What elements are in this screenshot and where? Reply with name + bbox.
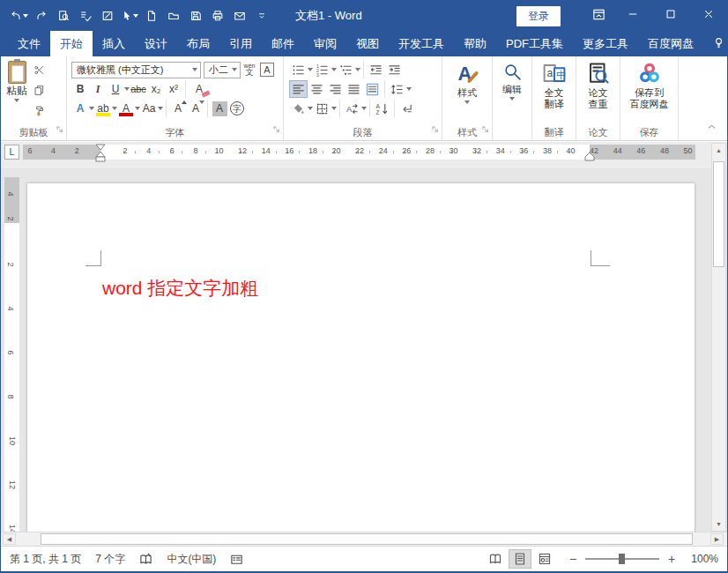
tab-mailings[interactable]: 邮件 (262, 31, 304, 56)
highlight-color-button[interactable]: ab (94, 100, 112, 117)
character-shading-button[interactable]: A (211, 100, 228, 117)
maximize-button[interactable] (651, 1, 689, 31)
font-name-combobox[interactable]: 微软雅黑 (中文正文) (71, 62, 201, 78)
cut-button[interactable] (33, 63, 45, 79)
right-indent-marker[interactable] (583, 150, 596, 161)
font-color-button[interactable]: A (117, 100, 135, 117)
change-case-dropdown-icon[interactable] (158, 107, 163, 110)
line-spacing-dropdown-icon[interactable] (406, 87, 412, 91)
print-layout-button[interactable] (509, 549, 531, 569)
tab-layout[interactable]: 布局 (177, 31, 219, 56)
justify-button[interactable] (345, 80, 363, 98)
tab-file[interactable]: 文件 (8, 31, 50, 56)
quick-edit-icon[interactable] (96, 4, 118, 27)
scroll-left-icon[interactable]: ◀ (3, 533, 16, 545)
zoom-in-button[interactable]: + (667, 552, 676, 566)
language-indicator[interactable]: 中文(中国) (167, 552, 216, 567)
new-document-icon[interactable] (140, 4, 162, 27)
zoom-slider[interactable] (585, 558, 659, 560)
show-marks-button[interactable] (397, 100, 416, 117)
horizontal-scrollbar[interactable]: ◀ ▶ (1, 532, 727, 546)
login-button[interactable]: 登录 (516, 6, 561, 26)
align-left-button[interactable] (289, 80, 308, 98)
phonetic-guide-button[interactable]: wén 文 (241, 61, 258, 78)
scroll-down-icon[interactable]: ▼ (712, 517, 725, 531)
tab-review[interactable]: 审阅 (304, 31, 346, 56)
quick-print-icon[interactable] (206, 4, 228, 27)
ribbon-display-options-icon[interactable] (583, 1, 613, 31)
tab-pdf-tools[interactable]: PDF工具集 (496, 31, 573, 56)
decrease-indent-button[interactable] (367, 61, 385, 78)
bold-button[interactable]: B (71, 80, 89, 98)
customize-qat-icon[interactable] (250, 4, 272, 27)
tab-design[interactable]: 设计 (135, 31, 177, 56)
redo-icon[interactable] (30, 4, 52, 27)
zoom-percentage[interactable]: 100% (685, 553, 718, 565)
copy-button[interactable] (33, 84, 45, 100)
asian-layout-dropdown-icon[interactable] (361, 107, 367, 110)
tab-view[interactable]: 视图 (346, 31, 389, 56)
asian-layout-button[interactable]: A (343, 100, 361, 117)
scroll-right-icon[interactable]: ▶ (710, 533, 724, 545)
paste-dropdown-icon[interactable] (14, 99, 19, 102)
email-icon[interactable] (228, 4, 250, 27)
horizontal-ruler[interactable]: 6422468101214161820222426283032343638404… (23, 145, 695, 160)
enclose-characters-button[interactable]: 字 (228, 100, 246, 117)
print-preview-icon[interactable] (52, 4, 74, 27)
strikethrough-button[interactable]: abc (130, 80, 147, 98)
page-indicator[interactable]: 第 1 页, 共 1 页 (10, 552, 81, 567)
numbering-button[interactable]: 123 (313, 61, 331, 78)
multilevel-dropdown-icon[interactable] (355, 68, 360, 71)
borders-button[interactable] (313, 100, 331, 117)
macro-record-icon[interactable] (230, 553, 243, 566)
indent-markers[interactable] (94, 144, 107, 163)
styles-dialog-launcher-icon[interactable] (481, 123, 491, 138)
undo-icon[interactable] (8, 4, 30, 27)
tab-more-tools[interactable]: 更多工具 (573, 31, 638, 56)
vertical-ruler[interactable]: 422468101214 (4, 177, 19, 540)
word-count[interactable]: 7 个字 (95, 552, 125, 567)
text-effects-button[interactable]: A (71, 100, 89, 117)
shading-button[interactable] (289, 100, 308, 117)
sort-button[interactable]: AZ (373, 100, 391, 117)
tab-developer[interactable]: 开发工具 (389, 31, 454, 56)
bullets-button[interactable] (289, 61, 308, 78)
open-icon[interactable] (162, 4, 184, 27)
minimize-button[interactable] (613, 1, 651, 31)
tab-stop-selector[interactable]: L (4, 145, 19, 160)
increase-indent-button[interactable] (385, 61, 404, 78)
font-size-combobox[interactable]: 小二 (204, 62, 241, 78)
paragraph-dialog-launcher-icon[interactable] (431, 123, 441, 138)
clear-formatting-button[interactable]: A (189, 80, 210, 98)
align-center-button[interactable] (308, 80, 326, 98)
zoom-out-button[interactable]: − (568, 552, 577, 566)
editing-button[interactable]: 编辑 (493, 56, 531, 140)
close-button[interactable] (689, 1, 727, 31)
underline-button[interactable]: U (107, 80, 124, 98)
tab-home[interactable]: 开始 (50, 31, 93, 56)
grow-font-button[interactable]: A (169, 100, 187, 117)
tab-help[interactable]: 帮助 (454, 31, 496, 56)
character-border-button[interactable]: A (258, 61, 276, 78)
web-layout-button[interactable] (533, 549, 556, 569)
font-dialog-launcher-icon[interactable] (272, 123, 282, 138)
proofing-status-icon[interactable] (139, 553, 152, 566)
spelling-icon[interactable] (74, 4, 96, 27)
vertical-scrollbar[interactable]: ▲ ▼ (711, 143, 726, 532)
save-icon[interactable] (184, 4, 206, 27)
tab-insert[interactable]: 插入 (93, 31, 135, 56)
vertical-scroll-thumb[interactable] (713, 161, 724, 267)
read-mode-button[interactable] (484, 549, 507, 569)
tell-me-button[interactable]: 告诉我 (703, 31, 728, 56)
collapse-ribbon-icon[interactable] (706, 120, 717, 136)
multilevel-list-button[interactable] (337, 61, 355, 78)
change-case-button[interactable]: Aa (140, 100, 158, 117)
clipboard-dialog-launcher-icon[interactable] (56, 123, 65, 138)
borders-dropdown-icon[interactable] (331, 107, 337, 110)
line-spacing-button[interactable] (388, 80, 406, 98)
touch-mode-icon[interactable] (118, 4, 140, 27)
tab-references[interactable]: 引用 (219, 31, 262, 56)
italic-button[interactable]: I (89, 80, 107, 98)
superscript-button[interactable]: x² (165, 80, 182, 98)
horizontal-scroll-thumb[interactable] (41, 533, 693, 545)
